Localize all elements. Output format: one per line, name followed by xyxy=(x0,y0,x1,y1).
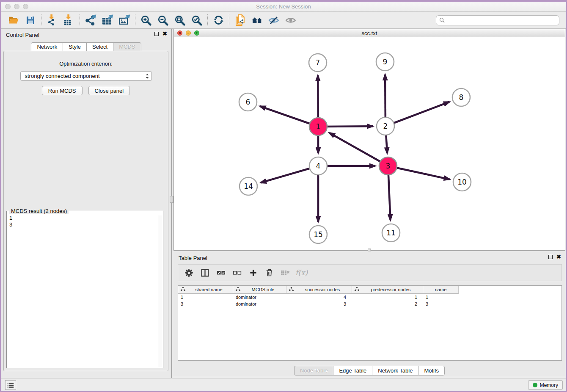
export-network-icon[interactable] xyxy=(82,14,99,27)
graph-node-7[interactable]: 7 xyxy=(309,54,327,72)
delete-column-icon[interactable] xyxy=(262,266,276,279)
column-header-predecessor-nodes[interactable]: predecessor nodes xyxy=(352,286,423,294)
table-cell[interactable]: 2 xyxy=(352,301,423,307)
tab-edge-table[interactable]: Edge Table xyxy=(333,366,372,375)
float-panel-icon[interactable] xyxy=(154,32,159,36)
mcds-panel: Optimization criterion: strongly connect… xyxy=(3,51,168,371)
svg-text:4: 4 xyxy=(316,162,321,170)
network-canvas[interactable]: 7968124314101511 xyxy=(174,38,565,250)
graph-node-11[interactable]: 11 xyxy=(382,224,400,242)
svg-text:f(x): f(x) xyxy=(295,268,308,277)
search-field[interactable] xyxy=(436,15,559,25)
graph-node-2[interactable]: 2 xyxy=(377,117,394,135)
column-header-shared-name[interactable]: shared name xyxy=(178,286,233,294)
network-window-titlebar[interactable]: ✕ − + scc.txt xyxy=(174,29,565,37)
table-row[interactable]: 3dominator323 xyxy=(178,301,561,307)
import-table-icon[interactable] xyxy=(61,14,77,27)
search-input[interactable] xyxy=(447,17,556,23)
graph-node-10[interactable]: 10 xyxy=(453,173,471,191)
save-session-icon[interactable] xyxy=(22,14,39,27)
table-cell[interactable]: 1 xyxy=(352,294,423,301)
export-table-icon[interactable] xyxy=(99,14,116,27)
list-icon xyxy=(7,381,14,389)
import-network-icon[interactable] xyxy=(44,14,61,27)
table-cell[interactable]: 1 xyxy=(423,294,459,301)
criterion-dropdown[interactable]: strongly connected component xyxy=(20,71,152,81)
canvas-resize-grip[interactable] xyxy=(368,248,371,251)
tab-network[interactable]: Network xyxy=(31,42,63,51)
zoom-in-icon[interactable] xyxy=(138,14,154,27)
edge-3-1[interactable] xyxy=(329,133,388,166)
main-titlebar: Session: New Session xyxy=(1,2,566,12)
table-cell[interactable]: 3 xyxy=(423,301,459,307)
table-cell[interactable]: 3 xyxy=(286,301,352,307)
graph-node-6[interactable]: 6 xyxy=(239,93,257,111)
deselect-all-columns-icon[interactable] xyxy=(230,266,244,279)
tab-network-table[interactable]: Network Table xyxy=(372,366,418,375)
tab-node-table[interactable]: Node Table xyxy=(294,366,334,375)
float-table-panel-icon[interactable] xyxy=(548,255,553,259)
close-panel-button[interactable]: Close panel xyxy=(88,86,130,95)
network-window-title: scc.txt xyxy=(174,29,565,37)
svg-text:3: 3 xyxy=(386,162,391,170)
open-file-icon[interactable] xyxy=(5,14,22,27)
close-panel-icon[interactable]: ✖ xyxy=(162,31,167,36)
panel-divider-grip[interactable] xyxy=(170,196,173,203)
status-bar: Memory xyxy=(1,378,566,391)
network-graph[interactable]: 7968124314101511 xyxy=(174,38,565,251)
task-history-button[interactable] xyxy=(5,380,16,390)
graph-node-14[interactable]: 14 xyxy=(239,177,257,195)
column-label: MCDS role xyxy=(242,287,284,292)
table-panel-tabs: Node TableEdge TableNetwork TableMotifs xyxy=(173,366,565,375)
run-mcds-button[interactable]: Run MCDS xyxy=(42,86,83,95)
show-all-icon[interactable] xyxy=(282,14,299,27)
delete-table-icon xyxy=(278,266,292,279)
svg-text:15: 15 xyxy=(314,230,323,239)
table-options-icon[interactable] xyxy=(182,266,196,279)
svg-text:8: 8 xyxy=(459,93,464,102)
table-cell[interactable]: dominator xyxy=(233,294,286,301)
select-all-columns-icon[interactable] xyxy=(214,266,228,279)
hide-selected-icon[interactable] xyxy=(265,14,282,27)
zoom-selected-icon[interactable] xyxy=(188,14,205,27)
table-cell[interactable]: dominator xyxy=(233,301,286,307)
column-show-icon[interactable] xyxy=(198,266,212,279)
control-panel: Control Panel ✖ NetworkStyleSelectMCDS O… xyxy=(1,29,172,378)
tab-mcds[interactable]: MCDS xyxy=(113,42,141,51)
zoom-fit-icon[interactable] xyxy=(171,14,188,27)
edge-2-8[interactable] xyxy=(385,102,449,126)
close-table-panel-icon[interactable]: ✖ xyxy=(556,254,561,259)
mcds-result-text[interactable]: 13 xyxy=(7,213,158,368)
edge-3-10[interactable] xyxy=(388,166,450,179)
table-cell[interactable]: 1 xyxy=(178,294,233,301)
graph-node-3[interactable]: 3 xyxy=(379,157,397,175)
application-window: Session: New Session Control Panel ✖ Net… xyxy=(0,0,567,392)
refresh-view-icon[interactable] xyxy=(210,14,227,27)
graph-node-8[interactable]: 8 xyxy=(452,88,470,106)
memory-button[interactable]: Memory xyxy=(528,380,563,390)
toolbar-separator xyxy=(135,14,135,26)
graph-node-9[interactable]: 9 xyxy=(376,53,394,71)
graph-node-15[interactable]: 15 xyxy=(309,226,327,243)
svg-text:6: 6 xyxy=(246,98,250,106)
graph-node-4[interactable]: 4 xyxy=(309,157,327,175)
add-column-icon[interactable] xyxy=(246,266,260,279)
zoom-out-icon[interactable] xyxy=(154,14,171,27)
toolbar-separator xyxy=(80,14,80,26)
export-image-icon[interactable] xyxy=(116,14,133,27)
column-header-successor-nodes[interactable]: successor nodes xyxy=(286,286,352,294)
table-cell[interactable]: 4 xyxy=(286,294,352,301)
criterion-value: strongly connected component xyxy=(25,73,100,79)
column-header-MCDS-role[interactable]: MCDS role xyxy=(233,286,286,294)
network-from-selection-icon[interactable] xyxy=(231,14,248,27)
table-row[interactable]: 1dominator411 xyxy=(178,294,561,301)
first-neighbors-icon[interactable] xyxy=(248,14,265,27)
column-header-name[interactable]: name xyxy=(423,286,459,294)
table-cell[interactable]: 3 xyxy=(178,301,233,307)
tab-motifs[interactable]: Motifs xyxy=(418,366,445,375)
graph-node-1[interactable]: 1 xyxy=(309,118,327,135)
tab-style[interactable]: Style xyxy=(63,42,87,51)
result-scrollbar[interactable] xyxy=(158,215,162,367)
tab-select[interactable]: Select xyxy=(86,42,113,51)
function-builder-icon: f(x) xyxy=(294,266,308,279)
